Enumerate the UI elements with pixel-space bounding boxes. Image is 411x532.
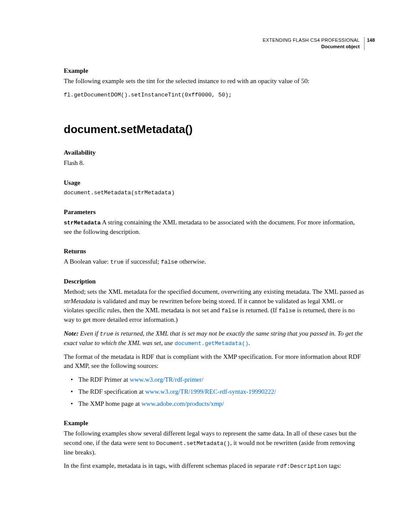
list-item: The RDF Primer at www.w3.org/TR/rdf-prim… xyxy=(71,375,364,385)
availability-text: Flash 8. xyxy=(64,159,364,168)
note-block: Note: Even if true is returned, the XML … xyxy=(64,329,364,348)
usage-heading: Usage xyxy=(64,178,364,188)
returns-text: A Boolean value: true if successful; fal… xyxy=(64,257,364,267)
method-title: document.setMetadata() xyxy=(64,121,364,138)
parameters-text: strMetadata A string containing the XML … xyxy=(64,218,364,237)
page-header: EXTENDING FLASH CS4 PROFESSIONAL Documen… xyxy=(263,37,364,50)
format-intro: The format of the metadata is RDF that i… xyxy=(64,352,364,371)
header-title: EXTENDING FLASH CS4 PROFESSIONAL xyxy=(263,37,360,44)
xmp-link[interactable]: www.adobe.com/products/xmp/ xyxy=(142,400,224,407)
list-item: The RDF specification at www.w3.org/TR/1… xyxy=(71,387,364,397)
example2-heading: Example xyxy=(64,419,364,428)
example-code: fl.getDocumentDOM().setInstanceTint(0xff… xyxy=(64,91,364,100)
page-number: 148 xyxy=(367,37,375,44)
returns-heading: Returns xyxy=(64,247,364,256)
example-heading: Example xyxy=(64,66,364,76)
usage-code: document.setMetadata(strMetadata) xyxy=(64,189,364,197)
description-para1: Method; sets the XML metadata for the sp… xyxy=(64,287,364,325)
param-name: strMetadata xyxy=(64,220,101,226)
source-list: The RDF Primer at www.w3.org/TR/rdf-prim… xyxy=(71,375,364,408)
note-label: Note: xyxy=(64,330,78,337)
availability-heading: Availability xyxy=(64,148,364,158)
page-content: Example The following example sets the t… xyxy=(64,66,364,471)
description-heading: Description xyxy=(64,277,364,286)
list-item: The XMP home page at www.adobe.com/produ… xyxy=(71,399,364,409)
rdf-primer-link[interactable]: www.w3.org/TR/rdf-primer/ xyxy=(130,376,203,383)
example-text: The following example sets the tint for … xyxy=(64,77,364,86)
rdf-spec-link[interactable]: www.w3.org/TR/1999/REC-rdf-syntax-199902… xyxy=(145,388,276,395)
example2-para1: The following examples show several diff… xyxy=(64,429,364,457)
get-metadata-link[interactable]: document.getMetadata() xyxy=(174,340,249,347)
parameters-heading: Parameters xyxy=(64,208,364,217)
param-desc: A string containing the XML metadata to … xyxy=(64,219,355,235)
example2-para2: In the first example, metadata is in tag… xyxy=(64,461,364,471)
header-subtitle: Document object xyxy=(263,44,360,50)
